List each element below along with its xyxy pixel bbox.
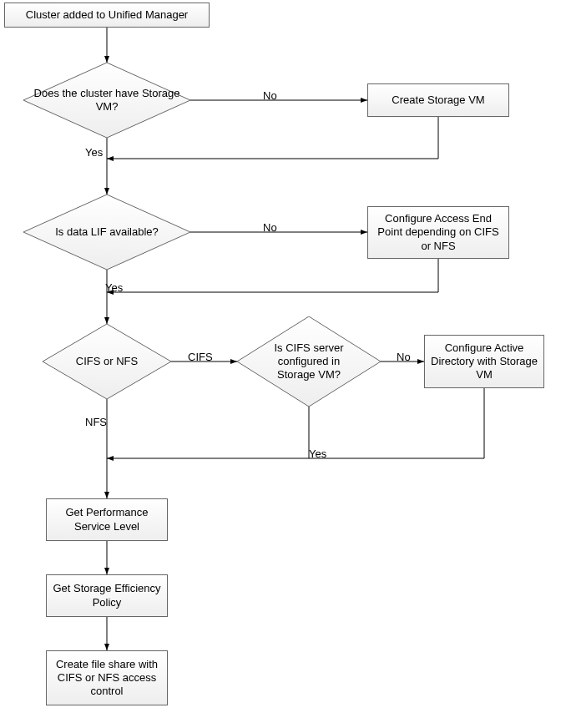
- node-decision-cifs-nfs-label: CIFS or NFS: [69, 355, 144, 368]
- edge-label-d1-no: No: [263, 89, 277, 102]
- node-configure-ad: Configure Active Directory with Storage …: [424, 335, 544, 388]
- node-get-storage-efficiency-label: Get Storage Efficiency Policy: [52, 582, 162, 609]
- node-start-label: Cluster added to Unified Manager: [26, 8, 188, 22]
- node-decision-cifs-nfs: CIFS or NFS: [43, 324, 171, 399]
- node-get-perf-level-label: Get Performance Service Level: [52, 506, 162, 533]
- edge-label-d1-yes: Yes: [85, 146, 103, 159]
- node-get-storage-efficiency: Get Storage Efficiency Policy: [46, 574, 168, 617]
- node-create-file-share-label: Create file share with CIFS or NFS acces…: [52, 658, 162, 699]
- edge-label-d2-yes: Yes: [105, 281, 123, 294]
- node-decision-cifs-server-label: Is CIFS server configured in Storage VM?: [252, 341, 366, 382]
- node-create-storage-vm: Create Storage VM: [367, 83, 509, 117]
- node-decision-cifs-server: Is CIFS server configured in Storage VM?: [237, 316, 381, 407]
- node-configure-ad-label: Configure Active Directory with Storage …: [430, 341, 538, 382]
- edge-label-d4-yes: Yes: [309, 447, 326, 460]
- edge-label-d3-cifs: CIFS: [188, 351, 213, 363]
- node-configure-access-endpoint-label: Configure Access End Point depending on …: [373, 212, 503, 253]
- node-decision-storage-vm: Does the cluster have Storage VM?: [23, 63, 190, 138]
- node-decision-storage-vm-label: Does the cluster have Storage VM?: [23, 87, 190, 114]
- edge-label-d3-nfs: NFS: [85, 416, 107, 428]
- node-create-file-share: Create file share with CIFS or NFS acces…: [46, 650, 168, 705]
- node-decision-data-lif: Is data LIF available?: [23, 195, 190, 270]
- flowchart-canvas: Cluster added to Unified Manager Does th…: [0, 0, 566, 728]
- edge-label-d4-no: No: [397, 351, 411, 363]
- node-create-storage-vm-label: Create Storage VM: [392, 94, 484, 107]
- node-start: Cluster added to Unified Manager: [4, 3, 210, 28]
- node-get-perf-level: Get Performance Service Level: [46, 498, 168, 541]
- node-configure-access-endpoint: Configure Access End Point depending on …: [367, 206, 509, 259]
- edge-label-d2-no: No: [263, 221, 277, 234]
- node-decision-data-lif-label: Is data LIF available?: [48, 225, 165, 239]
